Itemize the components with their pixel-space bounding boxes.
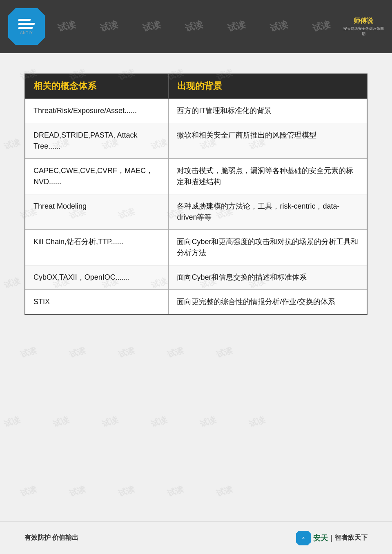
col1-header: 相关的概念体系 [25,74,169,98]
table-row-right-5: 面向Cyber和信息交换的描述和标准体系 [169,265,367,290]
table-row-left-5: CybOX,TAXII，OpenIOC....... [25,265,169,290]
logo-line-3 [18,27,33,29]
table-row: Kill Chain,钻石分析,TTP......面向Cyber和更高强度的攻击… [25,230,367,265]
footer: 有效防护 价值输出 A 安天 | 智者敌天下 [0,521,392,554]
footer-logo-antiy: A [302,536,304,540]
table-row: STIX面向更完整的综合性的情报分析/作业/交换的体系 [25,290,367,315]
table-row: CAPEC,CWE,CVE,CVRF，MAEC，NVD......对攻击模式，脆… [25,159,367,194]
table-row-left-2: CAPEC,CWE,CVE,CVRF，MAEC，NVD...... [25,159,169,194]
footer-left-text: 有效防护 价值输出 [24,534,78,542]
wm-6: 试读 [269,18,289,35]
wm-4: 试读 [184,18,204,35]
col2-header: 出现的背景 [169,74,367,98]
logo-line-2 [18,23,35,25]
brand-name: 师傅说 [354,17,373,25]
footer-brand: 安天 [313,533,328,543]
table-row-left-3: Threat Modeling [25,194,169,230]
concept-table: 相关的概念体系 出现的背景 Threat/Risk/Exposure/Asset… [24,73,368,315]
table-row-left-1: DREAD,STRIDE,PASTA, Attack Tree...... [25,123,169,159]
header: ANTIY 试读 试读 试读 试读 试读 试读 试读 师傅说 安天网络安全冬训营… [0,0,392,53]
wm-7: 试读 [311,18,332,35]
wm-3: 试读 [141,18,162,35]
table-row-left-6: STIX [25,290,169,315]
table-row: Threat/Risk/Exposure/Asset......西方的IT管理和… [25,98,367,123]
wm-2: 试读 [99,18,119,35]
table-row-right-4: 面向Cyber和更高强度的攻击和对抗的场景的分析工具和分析方法 [169,230,367,265]
table-row-right-6: 面向更完整的综合性的情报分析/作业/交换的体系 [169,290,367,315]
footer-brand-sub: 智者敌天下 [335,534,368,542]
table-row-right-1: 微软和相关安全厂商所推出的风险管理模型 [169,123,367,159]
table-row: CybOX,TAXII，OpenIOC.......面向Cyber和信息交换的描… [25,265,367,290]
table-row-right-2: 对攻击模式，脆弱点，漏洞等各种基础的安全元素的标定和描述结构 [169,159,367,194]
footer-right: A 安天 | 智者敌天下 [296,531,368,545]
table-row-right-0: 西方的IT管理和标准化的背景 [169,98,367,123]
logo-line-1 [18,19,31,21]
main-content: 相关的概念体系 出现的背景 Threat/Risk/Exposure/Asset… [0,53,392,331]
wm-5: 试读 [226,18,247,35]
footer-pipe: | [330,534,332,542]
header-watermark: 试读 试读 试读 试读 试读 试读 试读 [45,20,343,33]
table-row: Threat Modeling各种威胁建模的方法论，工具，risk-centri… [25,194,367,230]
table-row-left-0: Threat/Risk/Exposure/Asset...... [25,98,169,123]
logo-text: ANTIY [20,31,33,35]
header-right-brand: 师傅说 安天网络安全冬训营第四期 [343,10,384,43]
logo-lines [18,19,35,29]
wm-1: 试读 [56,18,77,35]
table-row-right-3: 各种威胁建模的方法论，工具，risk-centric，data-driven等等 [169,194,367,230]
footer-logo-icon: A [296,531,311,545]
table-row-left-4: Kill Chain,钻石分析,TTP...... [25,230,169,265]
brand-sub: 安天网络安全冬训营第四期 [343,26,384,37]
table-row: DREAD,STRIDE,PASTA, Attack Tree......微软和… [25,123,367,159]
logo: ANTIY [8,8,45,45]
